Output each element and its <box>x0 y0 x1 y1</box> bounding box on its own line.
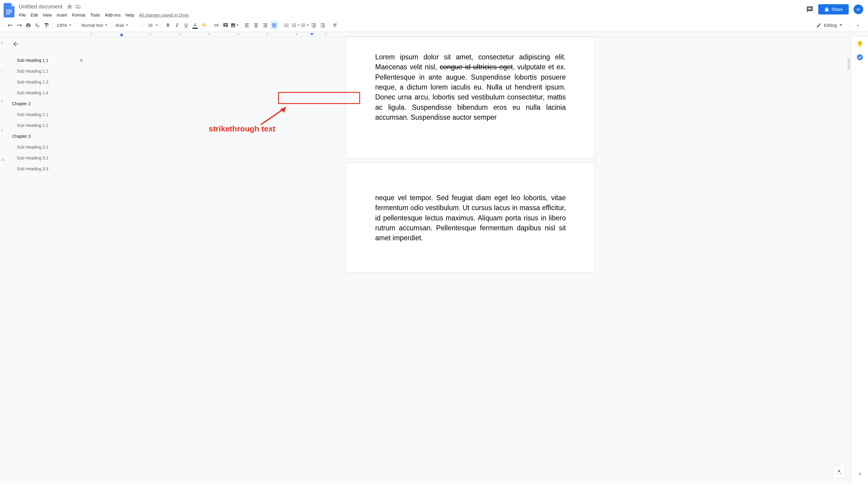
left-indent-marker[interactable] <box>120 33 123 37</box>
outline-back-button[interactable] <box>12 40 19 47</box>
align-left-button[interactable] <box>243 21 251 30</box>
strikethrough-text: congue id ultricies eget <box>440 63 513 71</box>
decrease-indent-button[interactable] <box>309 21 318 30</box>
right-indent-marker[interactable] <box>310 33 314 37</box>
paragraph-style-select[interactable]: Normal text <box>80 22 110 29</box>
align-right-button[interactable] <box>261 21 269 30</box>
mode-select[interactable]: Editing <box>812 22 846 29</box>
caret-down-icon <box>105 24 107 27</box>
font-select[interactable]: Arial <box>114 22 141 29</box>
menu-edit[interactable]: Edit <box>29 11 40 19</box>
menu-file[interactable]: File <box>17 11 28 19</box>
share-button[interactable]: Share <box>818 4 849 14</box>
keep-icon[interactable] <box>856 40 864 47</box>
font-size-select[interactable] <box>145 22 160 29</box>
caret-down-icon <box>156 24 158 27</box>
mode-label: Editing <box>824 23 837 28</box>
outline-item-label: Sub Heading 3.1 <box>17 145 48 150</box>
highlight-color-button[interactable] <box>200 21 208 30</box>
print-button[interactable] <box>24 21 33 30</box>
close-icon[interactable] <box>79 58 84 63</box>
clear-formatting-button[interactable] <box>331 21 339 30</box>
outline-item[interactable]: Chapter 3 <box>12 131 84 142</box>
outline-item-label: Chapter 2 <box>12 101 30 106</box>
outline-item[interactable]: Sub Heading 3.1 <box>12 142 84 153</box>
document-title[interactable]: Untitled document <box>17 3 64 10</box>
menu-tools[interactable]: Tools <box>88 11 102 19</box>
horizontal-ruler[interactable]: 1 1 2 3 4 5 6 7 <box>0 32 868 37</box>
outline-item-label: Sub Heading 3.3 <box>17 166 48 171</box>
numbered-list-button[interactable] <box>291 21 300 30</box>
ruler-mark: 1 <box>150 33 151 36</box>
zoom-value: 100% <box>56 23 67 28</box>
header-right: Share m <box>806 2 863 14</box>
comments-icon[interactable] <box>806 6 813 13</box>
bold-button[interactable] <box>164 21 172 30</box>
menu-insert[interactable]: Insert <box>55 11 69 19</box>
docs-logo[interactable] <box>3 2 15 18</box>
share-label: Share <box>832 7 843 12</box>
insert-image-button[interactable] <box>230 21 239 30</box>
text-run: , vulputate et ex. Pellentesque in ante … <box>375 63 566 121</box>
insert-comment-button[interactable] <box>221 21 230 30</box>
annotation-label: strikethrough text <box>209 124 275 134</box>
page[interactable]: Lorem ipsum dolor sit amet, consectetur … <box>346 37 595 159</box>
italic-button[interactable] <box>173 21 181 30</box>
header: Untitled document File Edit View Insert … <box>0 0 868 19</box>
undo-button[interactable] <box>6 21 14 30</box>
explore-button[interactable] <box>833 466 845 478</box>
increase-indent-button[interactable] <box>318 21 327 30</box>
side-panel-expand-icon[interactable] <box>857 471 863 477</box>
outline-item-label: Sub Heading 2.1 <box>17 112 48 117</box>
scrollbar-thumb[interactable] <box>847 58 850 70</box>
align-justify-button[interactable] <box>270 21 278 30</box>
align-center-button[interactable] <box>252 21 260 30</box>
document-area[interactable]: Lorem ipsum dolor sit amet, consectetur … <box>91 37 868 484</box>
ruler-mark: 5 <box>267 33 268 36</box>
move-icon[interactable] <box>75 4 81 10</box>
menu-format[interactable]: Format <box>70 11 88 19</box>
outline-item[interactable]: Sub Heading 1.4 <box>12 88 84 98</box>
menu-view[interactable]: View <box>41 11 54 19</box>
spellcheck-button[interactable] <box>33 21 42 30</box>
menu-addons[interactable]: Add-ons <box>103 11 123 19</box>
outline-item[interactable]: Sub Heading 3.3 <box>12 163 84 174</box>
bulleted-list-button[interactable] <box>300 21 309 30</box>
lock-icon <box>824 7 829 12</box>
collapse-toolbar-button[interactable] <box>854 21 862 30</box>
outline-item[interactable]: Sub Heading 1.1 <box>12 55 84 66</box>
outline-item-label: Sub Heading 3.2 <box>17 156 48 160</box>
page[interactable]: neque vel tempor. Sed feugiat diam eget … <box>346 163 595 272</box>
outline-item[interactable]: Chapter 2 <box>12 98 84 109</box>
zoom-select[interactable]: 100% <box>55 22 76 29</box>
svg-marker-4 <box>280 107 286 113</box>
save-status[interactable]: All changes saved in Drive <box>137 11 191 19</box>
insert-link-button[interactable] <box>212 21 221 30</box>
underline-button[interactable] <box>182 21 190 30</box>
outline-item[interactable]: Sub Heading 2.1 <box>12 109 84 120</box>
font-size-value[interactable] <box>147 23 154 28</box>
paint-format-button[interactable] <box>42 21 51 30</box>
outline-item[interactable]: Sub Heading 1.2 <box>12 66 84 76</box>
vruler-mark: 9 <box>1 129 3 132</box>
vertical-ruler[interactable]: 6 7 8 9 10 <box>0 37 5 484</box>
outline-item[interactable]: Sub Heading 3.2 <box>12 153 84 163</box>
menu-help[interactable]: Help <box>123 11 136 19</box>
paragraph[interactable]: neque vel tempor. Sed feugiat diam eget … <box>375 193 566 243</box>
star-icon[interactable] <box>67 4 73 10</box>
scrollbar[interactable] <box>847 37 850 484</box>
line-spacing-button[interactable] <box>282 21 291 30</box>
text-color-button[interactable] <box>191 21 199 30</box>
paragraph[interactable]: Lorem ipsum dolor sit amet, consectetur … <box>375 52 566 122</box>
vruler-mark: 6 <box>1 41 3 44</box>
outline-item-label: Sub Heading 1.1 <box>17 58 48 63</box>
style-value: Normal text <box>82 23 103 28</box>
account-avatar[interactable]: m <box>854 4 863 14</box>
document-outline: Sub Heading 1.1 Sub Heading 1.2 Sub Head… <box>5 37 91 484</box>
outline-item[interactable]: Sub Heading 2.2 <box>12 120 84 131</box>
redo-button[interactable] <box>15 21 24 30</box>
docs-logo-icon <box>4 3 14 18</box>
outline-item[interactable]: Sub Heading 1.3 <box>12 76 84 88</box>
vruler-mark: 10 <box>1 158 4 161</box>
tasks-icon[interactable] <box>856 54 864 61</box>
